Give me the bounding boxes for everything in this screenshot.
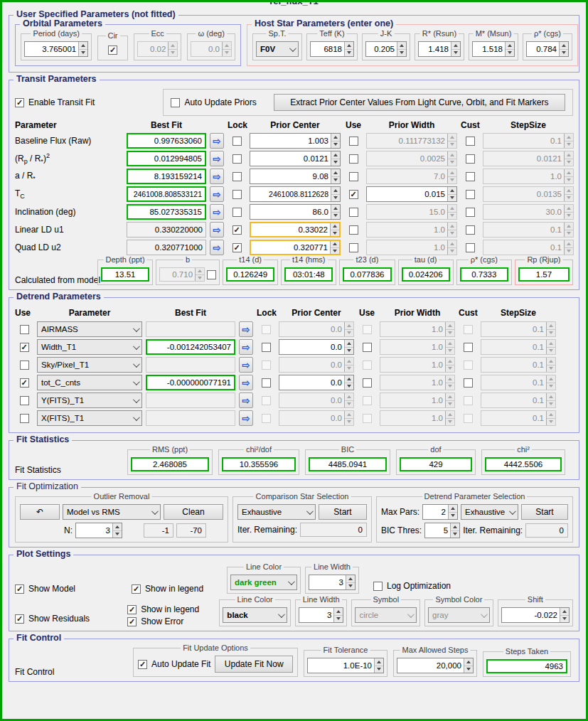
lock-checkbox[interactable] <box>232 137 242 146</box>
bic-thres-spinner[interactable]: 5 <box>424 523 460 538</box>
rstar-spinner[interactable]: 1.418 <box>418 41 461 57</box>
transfer-arrow-button[interactable]: ⇨ <box>210 186 224 202</box>
use-checkbox[interactable] <box>349 225 358 235</box>
transfer-arrow-button[interactable]: ⇨ <box>210 133 224 149</box>
detrend-start-button[interactable]: Start <box>521 504 568 520</box>
cust-checkbox[interactable] <box>466 225 475 235</box>
transfer-arrow-button[interactable]: ⇨ <box>210 222 224 237</box>
period-spinner[interactable]: 3.765001 <box>24 41 88 57</box>
spt-dropdown[interactable]: F0V <box>256 41 299 57</box>
detrend-param-dropdown[interactable]: tot_C_cnts <box>37 375 142 390</box>
lock-checkbox[interactable] <box>232 172 242 181</box>
comparison-start-button[interactable]: Start <box>319 504 367 520</box>
max-allowed-steps-spinner[interactable]: 20,000 <box>397 658 474 673</box>
mstar-spinner[interactable]: 1.518 <box>472 41 515 57</box>
transfer-arrow-button[interactable]: ⇨ <box>239 357 253 373</box>
prior-center-spinner[interactable]: 0.0 <box>279 339 354 355</box>
lock-checkbox[interactable]: ✓ <box>232 225 242 235</box>
teff-spinner[interactable]: 6818 <box>310 41 354 57</box>
rho-star-spinner[interactable]: 0.784 <box>526 41 569 57</box>
lock-checkbox[interactable] <box>232 154 242 164</box>
n-spinner[interactable]: 3 <box>75 523 122 538</box>
residuals-line-color-dropdown[interactable]: black <box>223 607 287 623</box>
use-checkbox[interactable]: ✓ <box>20 343 29 352</box>
prior-center-spinner[interactable]: 86.0 <box>250 204 341 220</box>
use-checkbox[interactable] <box>349 243 358 252</box>
log-optimization-checkbox[interactable] <box>373 582 383 591</box>
use-checkbox[interactable] <box>20 360 29 370</box>
fit-tolerance-spinner[interactable]: 1.0E-10 <box>307 658 384 673</box>
jk-spinner[interactable]: 0.205 <box>365 41 407 57</box>
use-prior-checkbox[interactable] <box>363 343 372 352</box>
cir-checkbox[interactable]: ✓ <box>108 46 117 55</box>
auto-update-fit-checkbox[interactable]: ✓ <box>138 660 147 669</box>
lock-checkbox[interactable] <box>232 190 242 199</box>
use-checkbox[interactable]: ✓ <box>20 378 29 388</box>
use-checkbox[interactable] <box>349 208 358 217</box>
transfer-arrow-button[interactable]: ⇨ <box>239 321 253 337</box>
detrend-mode-dropdown[interactable]: Exhaustive <box>461 504 518 520</box>
detrend-param-dropdown[interactable]: Width_T1 <box>37 339 142 355</box>
prior-center-spinner[interactable]: 2461008.8112628 <box>250 186 341 202</box>
prior-center-spinner[interactable]: 9.08 <box>250 169 341 184</box>
prior-center-spinner[interactable]: 0.33022 <box>250 222 341 237</box>
transfer-arrow-button[interactable]: ⇨ <box>239 375 253 390</box>
use-checkbox[interactable] <box>20 414 29 423</box>
update-fit-now-button[interactable]: Update Fit Now <box>215 656 293 673</box>
lock-checkbox[interactable] <box>262 343 271 352</box>
shift-spinner[interactable]: -0.022 <box>501 607 570 623</box>
cust-checkbox[interactable] <box>466 137 475 146</box>
transfer-arrow-button[interactable]: ⇨ <box>239 410 253 426</box>
lock-checkbox[interactable]: ✓ <box>232 243 242 252</box>
transfer-arrow-button[interactable]: ⇨ <box>239 339 253 355</box>
detrend-param-dropdown[interactable]: Sky/Pixel_T1 <box>37 357 142 373</box>
show-residuals-checkbox[interactable]: ✓ <box>15 614 24 624</box>
prior-center-spinner[interactable]: 0.0121 <box>250 151 341 166</box>
cust-checkbox[interactable] <box>466 190 475 199</box>
model-show-in-legend-checkbox[interactable]: ✓ <box>132 584 141 594</box>
cust-checkbox[interactable] <box>466 243 475 252</box>
cust-checkbox[interactable] <box>466 208 475 217</box>
prior-center-spinner[interactable]: 1.003 <box>250 133 341 149</box>
use-checkbox[interactable] <box>20 396 29 405</box>
comparison-mode-dropdown[interactable]: Exhaustive <box>237 504 316 520</box>
use-prior-checkbox[interactable] <box>363 378 372 388</box>
clean-button[interactable]: Clean <box>164 504 223 520</box>
model-line-width-spinner[interactable]: 3 <box>309 575 356 590</box>
detrend-param-dropdown[interactable]: AIRMASS <box>37 321 142 337</box>
cust-checkbox[interactable] <box>466 154 475 164</box>
lock-checkbox[interactable] <box>262 378 271 388</box>
transfer-arrow-button[interactable]: ⇨ <box>239 392 253 408</box>
detrend-param-dropdown[interactable]: X(FITS)_T1 <box>37 410 142 426</box>
enable-transit-fit-checkbox[interactable]: ✓ <box>15 98 24 107</box>
cust-checkbox[interactable] <box>464 378 473 388</box>
prior-width-spinner[interactable]: 0.015 <box>366 186 457 202</box>
best-fit-value <box>146 321 235 337</box>
cust-checkbox[interactable] <box>466 172 475 181</box>
residuals-line-width-spinner[interactable]: 3 <box>299 607 344 623</box>
transfer-arrow-button[interactable]: ⇨ <box>210 240 224 255</box>
transfer-arrow-button[interactable]: ⇨ <box>210 204 224 220</box>
cust-checkbox[interactable] <box>464 343 473 352</box>
transfer-arrow-button[interactable]: ⇨ <box>210 169 224 184</box>
use-checkbox[interactable] <box>349 154 358 164</box>
use-checkbox[interactable] <box>20 325 29 334</box>
use-checkbox[interactable] <box>349 137 358 146</box>
undo-button[interactable]: ↶ <box>20 504 60 520</box>
lock-checkbox[interactable] <box>232 208 242 217</box>
show-error-checkbox[interactable]: ✓ <box>127 617 137 626</box>
use-checkbox[interactable] <box>349 172 358 181</box>
prior-center-spinner[interactable]: 0.320771 <box>250 240 341 255</box>
show-model-checkbox[interactable]: ✓ <box>15 584 24 594</box>
model-line-color-dropdown[interactable]: dark green <box>230 575 297 590</box>
auto-update-priors-checkbox[interactable] <box>171 98 180 107</box>
residuals-show-in-legend-checkbox[interactable]: ✓ <box>127 605 137 614</box>
transfer-arrow-button[interactable]: ⇨ <box>210 151 224 166</box>
max-pars-spinner[interactable]: 2 <box>422 504 458 520</box>
outlier-mode-dropdown[interactable]: Model vs RMS <box>63 504 161 520</box>
use-checkbox[interactable]: ✓ <box>349 190 358 199</box>
detrend-param-dropdown[interactable]: Y(FITS)_T1 <box>37 392 142 408</box>
extract-prior-values-button[interactable]: Extract Prior Center Values From Light C… <box>274 94 565 111</box>
b-checkbox[interactable] <box>207 270 216 279</box>
prior-center-spinner[interactable]: 0.0 <box>279 375 354 390</box>
